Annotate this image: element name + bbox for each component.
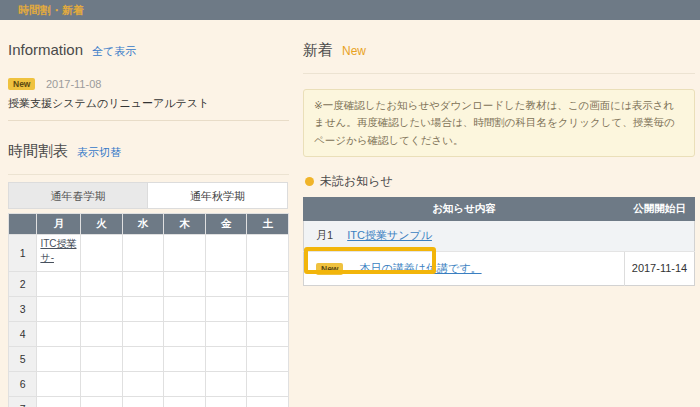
right-column: 新着 New ※一度確認したお知らせやダウンロードした教材は、この画面には表示さ… bbox=[303, 20, 695, 407]
day-header-wed: 水 bbox=[122, 214, 164, 235]
information-title: Information bbox=[8, 41, 83, 58]
toggle-view-link[interactable]: 表示切替 bbox=[77, 145, 121, 160]
new-badge: New bbox=[8, 78, 35, 90]
announcement-row: New 本日の講義は休講です。 2017-11-14 bbox=[304, 251, 695, 285]
period-label: 5 bbox=[9, 347, 37, 372]
timetable-cell bbox=[247, 272, 289, 297]
period-label: 3 bbox=[9, 297, 37, 322]
announcement-content-cell: New 本日の講義は休講です。 bbox=[304, 251, 625, 285]
day-header-fri: 金 bbox=[205, 214, 247, 235]
timetable-cell bbox=[122, 372, 164, 397]
timetable-grid: 月 火 水 木 金 土 1 ITC授業サ‐ bbox=[8, 213, 289, 407]
timetable-cell bbox=[37, 322, 81, 347]
timetable-cell bbox=[205, 397, 247, 407]
announcements-table-wrap: お知らせ内容 公開開始日 月1 ITC授業サンプル New 本 bbox=[303, 197, 695, 286]
timetable-cell bbox=[81, 322, 123, 347]
timetable-row-2: 2 bbox=[9, 272, 289, 297]
timetable-cell bbox=[81, 372, 123, 397]
column-header-date: 公開開始日 bbox=[625, 197, 695, 220]
page-header-bar: 時間割・新着 bbox=[0, 0, 700, 20]
announcement-date: 2017-11-14 bbox=[625, 251, 695, 285]
period-label: 4 bbox=[9, 322, 37, 347]
timetable-cell bbox=[164, 347, 206, 372]
timetable-cell bbox=[205, 322, 247, 347]
timetable-corner-cell bbox=[9, 214, 37, 235]
arrivals-header: 新着 New bbox=[303, 41, 695, 60]
information-item: New 2017-11-08 授業支援システムのリニューアルテスト bbox=[8, 74, 289, 121]
timetable-cell bbox=[122, 347, 164, 372]
timetable-cell bbox=[247, 372, 289, 397]
semester-tabs: 通年春学期 通年秋学期 bbox=[8, 182, 289, 209]
timetable-cell bbox=[37, 347, 81, 372]
timetable-cell bbox=[37, 397, 81, 407]
timetable-cell bbox=[164, 322, 206, 347]
course-slot-label: 月1 bbox=[316, 229, 333, 241]
announcements-header-row: お知らせ内容 公開開始日 bbox=[304, 197, 695, 220]
timetable-row-4: 4 bbox=[9, 322, 289, 347]
unread-title: 未読お知らせ bbox=[320, 173, 393, 190]
course-link[interactable]: ITC授業サ‐ bbox=[40, 238, 76, 263]
timetable-cell bbox=[205, 347, 247, 372]
timetable-cell bbox=[247, 347, 289, 372]
timetable-cell-mon-1: ITC授業サ‐ bbox=[37, 235, 81, 272]
announcement-link[interactable]: 本日の講義は休講です。 bbox=[360, 262, 482, 274]
show-all-link[interactable]: 全て表示 bbox=[92, 44, 136, 59]
information-item-meta: New 2017-11-08 bbox=[8, 74, 289, 92]
timetable-day-header-row: 月 火 水 木 金 土 bbox=[9, 214, 289, 235]
period-label: 7 bbox=[9, 397, 37, 407]
day-header-tue: 火 bbox=[81, 214, 123, 235]
timetable-row-7: 7 bbox=[9, 397, 289, 407]
timetable-cell bbox=[122, 322, 164, 347]
arrivals-new-label: New bbox=[342, 44, 366, 58]
new-badge: New bbox=[316, 263, 343, 275]
timetable-cell bbox=[164, 297, 206, 322]
timetable-header: 時間割表 表示切替 bbox=[8, 142, 289, 161]
page-title: 時間割・新着 bbox=[18, 4, 84, 16]
left-column: Information 全て表示 New 2017-11-08 授業支援システム… bbox=[8, 20, 289, 407]
course-group-cell: 月1 ITC授業サンプル bbox=[304, 220, 695, 251]
timetable-cell bbox=[247, 322, 289, 347]
timetable-row-6: 6 bbox=[9, 372, 289, 397]
timetable-cell bbox=[122, 297, 164, 322]
unread-section-header: 未読お知らせ bbox=[305, 173, 695, 190]
timetable-row-3: 3 bbox=[9, 297, 289, 322]
timetable-cell bbox=[164, 235, 206, 272]
timetable-cell bbox=[247, 235, 289, 272]
timetable-cell bbox=[81, 272, 123, 297]
timetable-cell bbox=[122, 272, 164, 297]
timetable-cell bbox=[205, 372, 247, 397]
divider bbox=[303, 73, 695, 74]
bullet-icon bbox=[305, 177, 314, 186]
period-label: 2 bbox=[9, 272, 37, 297]
notice-box: ※一度確認したお知らせやダウンロードした教材は、この画面には表示されません。再度… bbox=[303, 89, 695, 157]
timetable-row-5: 5 bbox=[9, 347, 289, 372]
divider bbox=[8, 174, 289, 175]
day-header-sat: 土 bbox=[247, 214, 289, 235]
column-header-content: お知らせ内容 bbox=[304, 197, 625, 220]
timetable-cell bbox=[37, 297, 81, 322]
day-header-thu: 木 bbox=[164, 214, 206, 235]
timetable-cell bbox=[205, 272, 247, 297]
course-link[interactable]: ITC授業サンプル bbox=[347, 229, 432, 241]
arrivals-title: 新着 bbox=[303, 41, 333, 60]
timetable-cell bbox=[205, 297, 247, 322]
timetable-cell bbox=[164, 272, 206, 297]
timetable-cell bbox=[81, 297, 123, 322]
tab-spring-semester[interactable]: 通年春学期 bbox=[8, 182, 148, 209]
period-label: 1 bbox=[9, 235, 37, 272]
timetable-cell bbox=[247, 297, 289, 322]
timetable-cell bbox=[247, 397, 289, 407]
timetable-cell bbox=[164, 397, 206, 407]
timetable-cell bbox=[81, 397, 123, 407]
information-item-text: 授業支援システムのリニューアルテスト bbox=[8, 96, 289, 111]
tab-fall-semester[interactable]: 通年秋学期 bbox=[148, 182, 288, 209]
announcements-table: お知らせ内容 公開開始日 月1 ITC授業サンプル New 本 bbox=[303, 197, 695, 286]
information-header: Information 全て表示 bbox=[8, 41, 289, 59]
period-label: 6 bbox=[9, 372, 37, 397]
timetable-title: 時間割表 bbox=[8, 142, 68, 161]
timetable-cell bbox=[81, 347, 123, 372]
timetable-cell bbox=[122, 397, 164, 407]
timetable-row-1: 1 ITC授業サ‐ bbox=[9, 235, 289, 272]
day-header-mon: 月 bbox=[37, 214, 81, 235]
timetable-cell bbox=[205, 235, 247, 272]
